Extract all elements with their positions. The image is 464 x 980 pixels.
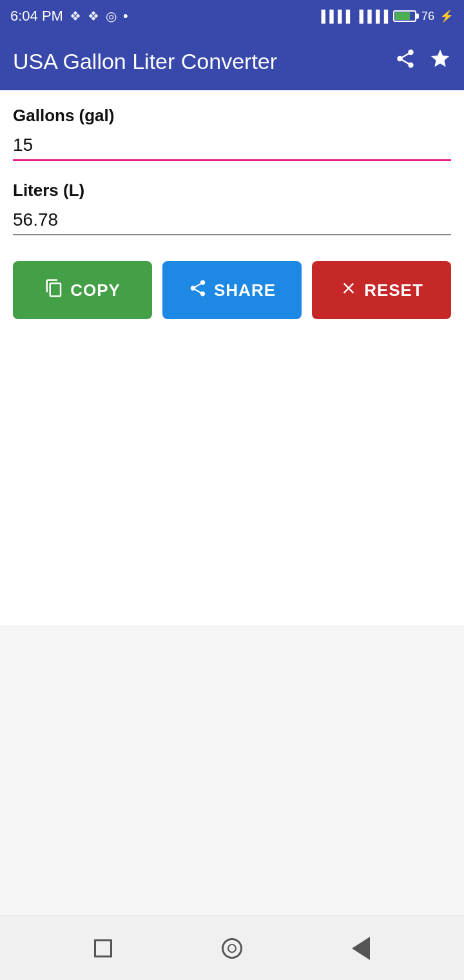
dropbox-icon-1: ❖ (70, 8, 81, 24)
status-left: 6:04 PM ❖ ❖ ◎ • (10, 8, 128, 24)
home-icon (222, 938, 242, 959)
signal-icon-2: ▐▐▐▐ (355, 10, 388, 23)
share-button-label: SHARE (214, 280, 276, 300)
back-icon (352, 937, 370, 960)
gallons-input[interactable] (13, 131, 451, 161)
nav-back[interactable] (345, 932, 377, 965)
liters-output (13, 206, 451, 235)
dropbox-icon-2: ❖ (88, 8, 99, 24)
share-btn-icon (188, 279, 208, 302)
reset-button[interactable]: RESET (312, 261, 451, 319)
gallons-label: Gallons (gal) (13, 106, 451, 126)
reset-button-label: RESET (364, 280, 423, 300)
copy-button[interactable]: COPY (13, 261, 152, 319)
nav-recent-apps[interactable] (87, 932, 119, 965)
dot-icon: • (123, 8, 128, 24)
liters-label: Liters (L) (13, 181, 451, 201)
content-spacer (0, 625, 464, 916)
status-bar: 6:04 PM ❖ ❖ ◎ • ▐▐▐▐ ▐▐▐▐ 76 ⚡ (0, 0, 464, 32)
status-right: ▐▐▐▐ ▐▐▐▐ 76 ⚡ (317, 9, 454, 23)
notification-icon: ◎ (106, 8, 117, 24)
charging-icon: ⚡ (440, 9, 454, 23)
battery-percent: 76 (421, 10, 434, 23)
recent-apps-icon (94, 939, 112, 957)
copy-button-label: COPY (70, 280, 121, 300)
time-display: 6:04 PM (10, 8, 63, 24)
copy-icon (44, 279, 64, 302)
battery-indicator (393, 10, 416, 22)
signal-icon-1: ▐▐▐▐ (317, 10, 350, 23)
gallons-input-wrapper (13, 131, 451, 161)
reset-icon (340, 279, 358, 302)
share-button[interactable]: SHARE (162, 261, 302, 319)
share-icon[interactable] (394, 48, 416, 75)
app-title: USA Gallon Liter Converter (13, 49, 277, 74)
main-content: Gallons (gal) Liters (L) COPY SHARE (0, 90, 464, 625)
nav-home[interactable] (216, 932, 248, 965)
favorite-icon[interactable] (429, 48, 451, 75)
action-buttons-row: COPY SHARE RESET (13, 261, 451, 319)
app-bar: USA Gallon Liter Converter (0, 32, 464, 90)
bottom-nav (0, 916, 464, 980)
app-bar-actions (394, 48, 451, 75)
